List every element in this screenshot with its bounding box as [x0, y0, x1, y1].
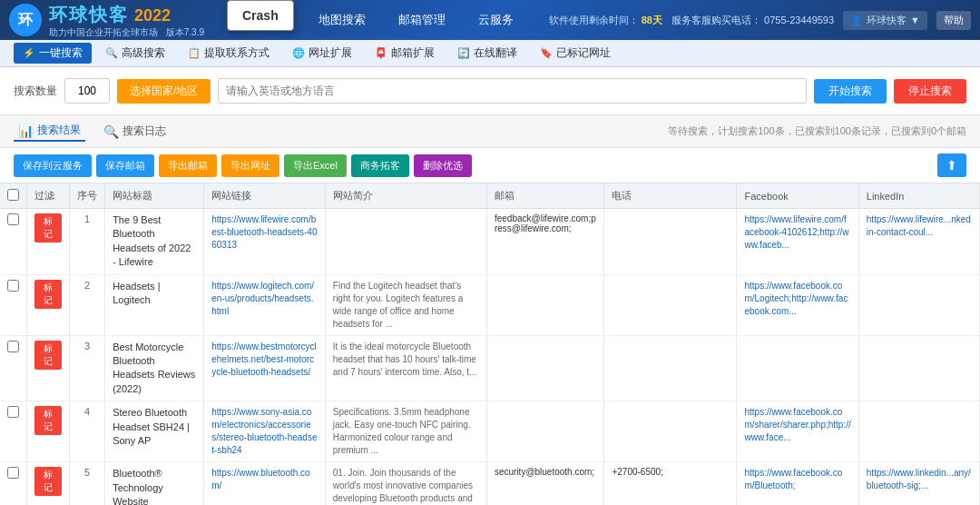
tag-button[interactable]: 标记	[34, 341, 62, 370]
row-email: feedback@lifewire.com;press@lifewire.com…	[486, 209, 604, 275]
table-row: 标记 5 Bluetooth® Technology Website https…	[0, 462, 980, 505]
stop-search-button[interactable]: 停止搜索	[894, 79, 966, 104]
row-filter: 标记	[27, 209, 70, 275]
row-email	[486, 335, 604, 401]
translate-icon: 🔄	[457, 47, 470, 59]
row-url-link[interactable]: https://www.lifewire.com/best-bluetooth-…	[211, 214, 317, 250]
search-count-label: 搜索数量	[14, 84, 57, 99]
row-num: 5	[70, 462, 105, 505]
col-seq: 序号	[70, 183, 105, 209]
share-button[interactable]: ⬆	[937, 153, 966, 177]
col-linkedin: LinkedIn	[858, 183, 979, 209]
results-status: 等待搜索，计划搜索100条，已搜索到100条记录，已搜索到0个邮箱	[668, 124, 966, 138]
business-expand-button[interactable]: 商务拓客	[351, 154, 409, 177]
row-title: Best Motorcycle Bluetooth Headsets Revie…	[105, 335, 204, 401]
row-url-link[interactable]: https://www.bestmotorcyclehelmets.net/be…	[211, 342, 317, 377]
row-url[interactable]: https://www.sony-asia.com/electronics/ac…	[204, 401, 326, 462]
tag-button[interactable]: 标记	[34, 280, 62, 309]
row-num: 4	[70, 401, 105, 462]
row-checkbox-cell[interactable]	[0, 274, 27, 335]
tab-url-expand[interactable]: 🌐 网址扩展	[283, 43, 361, 64]
row-filter: 标记	[27, 335, 70, 401]
row-num: 1	[70, 209, 105, 275]
row-url[interactable]: https://www.bestmotorcyclehelmets.net/be…	[204, 335, 326, 401]
logo-text: 环球快客	[49, 3, 129, 27]
row-filter: 标记	[27, 462, 70, 505]
save-cloud-button[interactable]: 保存到云服务	[14, 154, 92, 177]
col-facebook: Facebook	[737, 183, 858, 209]
crash-dialog: Crash	[227, 0, 294, 31]
row-url-link[interactable]: https://www.sony-asia.com/electronics/ac…	[211, 407, 317, 455]
service-phone: 服务客服购买电话： 0755-23449593	[671, 14, 834, 27]
row-email	[486, 401, 604, 462]
logo-icon: 环	[9, 4, 42, 36]
tab-extract-contact[interactable]: 📋 提取联系方式	[179, 43, 279, 64]
tab-advanced-search[interactable]: 🔍 高级搜索	[96, 43, 174, 64]
crash-label: Crash	[242, 8, 279, 23]
tab-yijian-search[interactable]: ⚡ 一键搜索	[14, 43, 92, 64]
nav-map-search[interactable]: 地图搜索	[311, 7, 373, 33]
row-url[interactable]: https://www.lifewire.com/best-bluetooth-…	[204, 209, 326, 275]
tab-search-results[interactable]: 📊 搜索结果	[14, 121, 85, 142]
mail-icon: 📮	[375, 47, 387, 59]
start-search-button[interactable]: 开始搜索	[814, 79, 887, 104]
row-url-link[interactable]: https://www.bluetooth.com/	[211, 468, 309, 490]
row-desc	[325, 209, 486, 275]
row-checkbox[interactable]	[7, 341, 19, 352]
save-email-button[interactable]: 保存邮箱	[96, 154, 154, 177]
export-url-button[interactable]: 导出网址	[221, 154, 279, 177]
help-button[interactable]: 帮助	[936, 11, 971, 30]
region-select-button[interactable]: 选择国家/地区	[117, 79, 211, 104]
tag-button[interactable]: 标记	[34, 406, 62, 435]
nav-cloud[interactable]: 云服务	[471, 7, 521, 33]
row-checkbox[interactable]	[7, 406, 19, 418]
nav-email-mgmt[interactable]: 邮箱管理	[391, 7, 453, 33]
row-checkbox-cell[interactable]	[0, 209, 27, 275]
logo-text-block: 环球快客 2022 助力中国企业开拓全球市场 版本7.3.9	[49, 3, 204, 38]
top-right: 软件使用剩余时间： 88天 服务客服购买电话： 0755-23449593 👤 …	[549, 11, 971, 30]
row-linkedin: https://www.linkedin...any/bluetooth-sig…	[858, 462, 979, 505]
export-excel-button[interactable]: 导出Excel	[284, 154, 347, 177]
row-url-link[interactable]: https://www.logitech.com/en-us/products/…	[211, 281, 314, 316]
tab-translate[interactable]: 🔄 在线翻译	[448, 43, 526, 64]
clipboard-icon: 📋	[188, 47, 201, 59]
row-checkbox-cell[interactable]	[0, 401, 27, 462]
row-checkbox[interactable]	[7, 280, 19, 292]
row-facebook: https://www.facebook.com/Logitech;http:/…	[737, 274, 858, 335]
row-linkedin	[858, 335, 979, 401]
col-phone: 电话	[604, 183, 737, 209]
tag-button[interactable]: 标记	[34, 213, 62, 243]
tab-search-log[interactable]: 🔍 搜索日志	[99, 122, 171, 141]
col-desc: 网站简介	[325, 183, 486, 209]
table-row: 标记 3 Best Motorcycle Bluetooth Headsets …	[0, 335, 980, 401]
row-desc: 01. Join. Join thousands of the world's …	[325, 462, 486, 505]
tab-bookmarked[interactable]: 🔖 已标记网址	[531, 43, 620, 64]
row-phone	[604, 401, 737, 462]
table-row: 标记 1 The 9 Best Bluetooth Headsets of 20…	[0, 209, 980, 275]
row-checkbox[interactable]	[7, 467, 19, 479]
row-facebook	[737, 335, 858, 401]
row-url[interactable]: https://www.bluetooth.com/	[204, 462, 326, 505]
row-facebook: https://www.facebook.com/sharer/sharer.p…	[737, 401, 858, 462]
tab-email-expand[interactable]: 📮 邮箱扩展	[366, 43, 444, 64]
row-title: Headsets | Logitech	[105, 274, 204, 335]
row-checkbox-cell[interactable]	[0, 335, 27, 401]
select-all-checkbox[interactable]	[7, 189, 19, 201]
row-checkbox-cell[interactable]	[0, 462, 27, 505]
row-checkbox[interactable]	[7, 213, 19, 225]
row-num: 3	[70, 335, 105, 401]
delete-selected-button[interactable]: 删除优选	[414, 154, 472, 177]
results-table-wrapper: 过滤 序号 网站标题 网站链接 网站简介 邮箱 电话 Facebook Link…	[0, 183, 980, 505]
keyword-input[interactable]	[218, 78, 807, 104]
log-icon: 🔍	[103, 124, 119, 139]
row-desc: Specifications. 3.5mm headphone jack. Ea…	[325, 401, 486, 462]
row-url[interactable]: https://www.logitech.com/en-us/products/…	[204, 274, 326, 335]
search-count-input[interactable]	[64, 78, 110, 104]
user-account[interactable]: 👤 环球快客 ▼	[843, 11, 927, 30]
action-buttons: 保存到云服务 保存邮箱 导出邮箱 导出网址 导出Excel 商务拓客 删除优选	[14, 154, 472, 177]
export-email-button[interactable]: 导出邮箱	[159, 154, 217, 177]
row-phone	[604, 209, 737, 275]
row-phone	[604, 335, 737, 401]
tag-button[interactable]: 标记	[34, 467, 62, 496]
action-bar: 保存到云服务 保存邮箱 导出邮箱 导出网址 导出Excel 商务拓客 删除优选 …	[0, 148, 980, 183]
